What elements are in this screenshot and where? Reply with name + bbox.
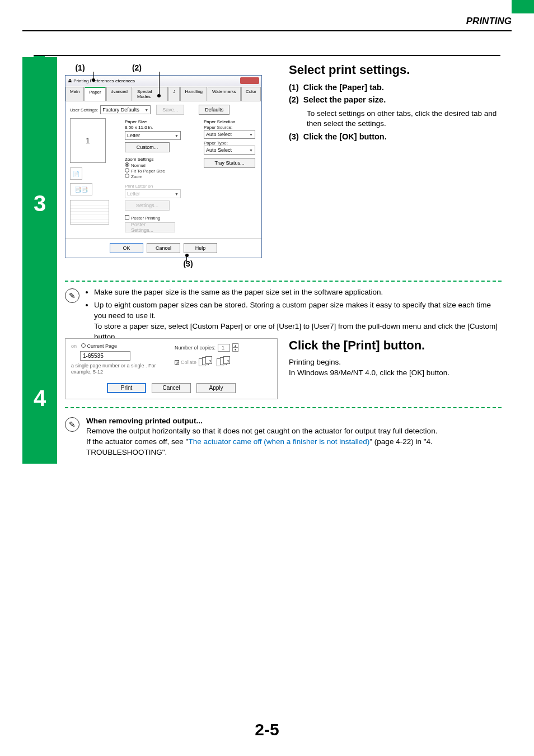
- poster-checkbox[interactable]: [125, 215, 129, 220]
- poster-settings-button: Poster Settings...: [125, 222, 175, 232]
- paper-selection-label: Paper Selection: [204, 118, 257, 125]
- preview-pane: 1 📄 📑📑: [70, 118, 120, 232]
- inst-text: Click the [OK] button.: [303, 132, 387, 141]
- paper-size-dim: 8.50 x 11.0 in.: [125, 125, 199, 131]
- spinner-down-icon[interactable]: ▼: [233, 348, 238, 351]
- step-4: 4 on Current Page 1-65535 a single page …: [22, 333, 512, 464]
- page-number: 2-5: [0, 720, 534, 739]
- tray-status-button[interactable]: Tray Status...: [204, 158, 255, 168]
- duplex-icon: 📑📑: [70, 183, 92, 195]
- cancel-button[interactable]: Cancel: [152, 383, 191, 393]
- preview-page: 1: [70, 118, 106, 163]
- help-button[interactable]: Help: [184, 243, 217, 253]
- spinner-up-icon[interactable]: ▲: [233, 344, 238, 348]
- inst-num: (2): [289, 95, 299, 104]
- note-icon: ✎: [65, 288, 79, 303]
- note-heading: When removing printed output...: [86, 416, 502, 427]
- radio-current-page[interactable]: [81, 343, 86, 348]
- inst-num: (1): [289, 83, 299, 92]
- paper-type-combo[interactable]: Auto Select▼: [204, 146, 255, 155]
- paper-type-label: Paper Type:: [204, 141, 257, 146]
- note-body: When removing printed output... Remove t…: [86, 416, 502, 459]
- print-on-label: Print Letter on: [125, 183, 199, 189]
- tab-paper[interactable]: Paper: [85, 87, 105, 101]
- chevron-down-icon: ▼: [249, 133, 253, 137]
- chevron-down-icon: ▼: [144, 108, 148, 112]
- divider-dashed: [65, 407, 502, 408]
- tab-main[interactable]: Main: [65, 87, 84, 101]
- header-accent: [512, 0, 534, 13]
- step4-title: Click the [Print] button.: [289, 338, 502, 353]
- inst-text: Click the [Paper] tab.: [303, 83, 384, 92]
- radio-fit[interactable]: [125, 168, 129, 172]
- tab-watermarks[interactable]: Watermarks: [208, 87, 241, 101]
- paper-size-label: Paper Size: [125, 118, 199, 125]
- page-range-input[interactable]: 1-65535: [80, 351, 130, 361]
- user-settings-label: User Settings:: [70, 108, 98, 113]
- divider: [22, 30, 512, 31]
- frag: on: [71, 343, 77, 349]
- printing-preferences-dialog: 🖶 Printing Preferences eferences Main Pa…: [65, 75, 262, 258]
- print-on-combo: Letter▼: [125, 189, 181, 198]
- troubleshooting-link[interactable]: The actuator came off (when a finisher i…: [188, 437, 369, 446]
- cancel-button[interactable]: Cancel: [147, 243, 180, 253]
- zoom-label: Zoom Settings: [125, 156, 199, 162]
- callouts: (1) (2): [65, 63, 278, 74]
- note-icon: ✎: [65, 417, 79, 432]
- settings-button: Settings...: [125, 200, 170, 211]
- ok-button[interactable]: OK: [110, 243, 143, 253]
- step-number: 4: [22, 333, 57, 464]
- step-3: 3 (1) (2) 🖶 Printing Preferences eferenc…: [22, 57, 512, 350]
- tab-job[interactable]: J: [168, 87, 180, 101]
- callout-2: (2): [97, 63, 176, 72]
- note-bullet: Make sure the paper size is the same as …: [94, 287, 502, 298]
- step-number: 3: [22, 57, 57, 350]
- inst-sub: To select settings on other tabs, click …: [289, 109, 502, 129]
- note-line: Remove the output horizontally so that i…: [86, 426, 502, 437]
- note-line: If the actuator comes off, see "The actu…: [86, 437, 502, 458]
- title-frag: eferences: [115, 78, 135, 83]
- tab-color[interactable]: Color: [241, 87, 261, 101]
- print-dialog: on Current Page 1-65535 a single page nu…: [65, 338, 278, 399]
- tab-advanced[interactable]: dvanced: [106, 87, 132, 101]
- tab-handling[interactable]: Handling: [180, 87, 207, 101]
- defaults-button[interactable]: Defaults: [199, 105, 229, 115]
- divider: [34, 55, 500, 56]
- divider-dashed: [65, 281, 502, 282]
- callout-3: (3): [177, 259, 199, 268]
- close-icon[interactable]: [240, 77, 259, 84]
- apply-button[interactable]: Apply: [196, 383, 236, 393]
- step4-text: In Windows 98/Me/NT 4.0, click the [OK] …: [289, 368, 502, 379]
- paper-source-combo[interactable]: Auto Select▼: [204, 130, 255, 139]
- collate-checkbox: ✓: [175, 360, 179, 365]
- tab-special[interactable]: Special Modes: [133, 87, 168, 101]
- paper-size-combo[interactable]: Letter▼: [125, 131, 181, 140]
- tab-bar: Main Paper dvanced Special Modes J Handl…: [65, 86, 261, 101]
- user-settings-combo[interactable]: Factory Defaults▼: [100, 105, 151, 114]
- step3-title: Select print settings.: [289, 63, 502, 77]
- paper-source-label: Paper Source:: [204, 125, 257, 130]
- inst-text: Select the paper size.: [303, 95, 386, 104]
- copies-input[interactable]: 1: [218, 344, 230, 352]
- copies-label: Number of copies:: [175, 345, 216, 351]
- inst-num: (3): [289, 132, 299, 141]
- print-button[interactable]: Print: [107, 383, 146, 393]
- printer-icon: [70, 200, 109, 225]
- page-range-hint: a single page number or a single . For e…: [71, 363, 168, 375]
- custom-button[interactable]: Custom...: [125, 142, 170, 152]
- collate-icon: 123: [217, 356, 232, 368]
- chevron-down-icon: ▼: [175, 134, 179, 138]
- orientation-icon: 📄: [70, 167, 82, 180]
- chevron-down-icon: ▼: [249, 148, 253, 152]
- collate-icon: 123: [199, 356, 214, 368]
- radio-normal[interactable]: [125, 162, 129, 167]
- radio-zoom[interactable]: [125, 174, 129, 178]
- callout-1: (1): [65, 63, 95, 72]
- page-header: PRINTING: [466, 16, 512, 27]
- step4-text: Printing begins.: [289, 357, 502, 368]
- save-button[interactable]: Save...: [156, 105, 184, 115]
